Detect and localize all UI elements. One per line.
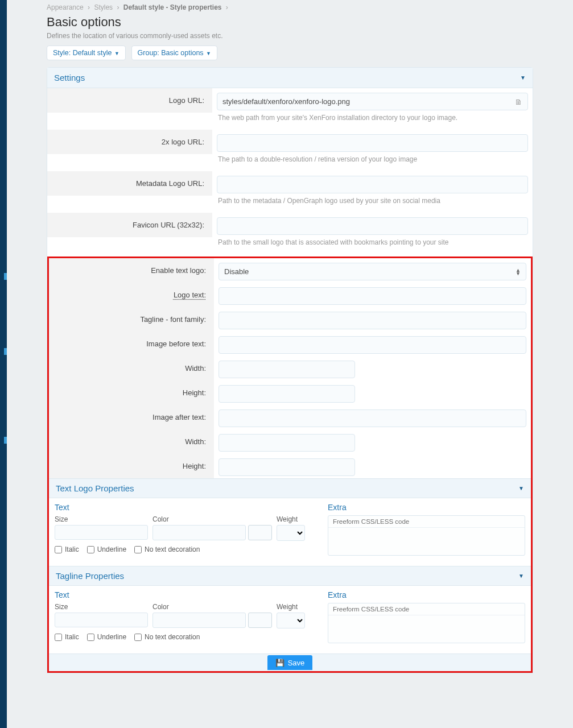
page-title: Basic options <box>47 15 533 30</box>
sidebar-accent <box>4 348 7 355</box>
extra-section-label: Extra <box>328 590 525 599</box>
weight-label: Weight <box>277 603 305 611</box>
height1-input[interactable] <box>219 385 355 403</box>
group-dropdown[interactable]: Group: Basic options ▼ <box>131 46 217 60</box>
metadata-logo-input[interactable] <box>217 176 528 193</box>
tagline-properties-header[interactable]: Tagline Properties ▼ <box>49 566 531 586</box>
text-section-label: Text <box>55 503 305 512</box>
tagline-size-input[interactable] <box>55 613 148 627</box>
save-icon: 💾 <box>275 659 285 667</box>
help-text: The web path from your site's XenForo in… <box>218 114 527 122</box>
label-width2: Width: <box>49 429 214 454</box>
size-label: Size <box>55 515 148 523</box>
label-image-after: Image after text: <box>49 405 214 429</box>
label-logo-text: Logo text: <box>49 283 214 307</box>
image-before-input[interactable] <box>219 336 526 354</box>
tagline-weight-select[interactable] <box>277 613 305 628</box>
help-text: The path to a double-resolution / retina… <box>218 155 527 163</box>
logo-text-input[interactable] <box>219 287 526 305</box>
page-subtitle: Defines the location of various commonly… <box>47 32 533 40</box>
caret-down-icon: ▼ <box>205 51 211 56</box>
caret-down-icon: ▼ <box>113 51 119 56</box>
label-height2: Height: <box>49 454 214 478</box>
extra-css-box[interactable]: Freeform CSS/LESS code <box>328 515 525 556</box>
caret-down-icon: ▼ <box>518 573 524 579</box>
freeform-label: Freeform CSS/LESS code <box>328 603 525 615</box>
italic-checkbox[interactable]: Italic <box>55 633 79 641</box>
breadcrumb: Appearance › Styles › Default style - St… <box>47 0 533 14</box>
tlp-weight-select[interactable] <box>277 525 305 541</box>
underline-checkbox[interactable]: Underline <box>87 633 126 641</box>
label-width1: Width: <box>49 356 214 380</box>
sidebar-stub <box>0 0 7 685</box>
caret-down-icon: ▼ <box>518 485 524 491</box>
2x-logo-input[interactable] <box>217 134 528 152</box>
sidebar-accent <box>4 273 7 280</box>
text-section-label: Text <box>55 590 305 599</box>
width1-input[interactable] <box>219 361 355 378</box>
tlp-size-input[interactable] <box>55 525 148 540</box>
help-text: Path to the small logo that is associate… <box>218 238 527 246</box>
breadcrumb-styles[interactable]: Styles <box>94 3 113 11</box>
notd-checkbox[interactable]: No text decoration <box>134 545 200 553</box>
highlighted-section: Enable text logo: Disable ▲▼ Logo text: <box>47 257 533 673</box>
color-swatch[interactable] <box>248 613 272 628</box>
save-button[interactable]: 💾 Save <box>267 655 313 670</box>
label-enable-text-logo: Enable text logo: <box>49 258 214 283</box>
freeform-label: Freeform CSS/LESS code <box>328 516 525 528</box>
favicon-input[interactable] <box>217 217 528 235</box>
notd-checkbox[interactable]: No text decoration <box>134 633 200 641</box>
color-label: Color <box>152 515 272 523</box>
style-dropdown[interactable]: Style: Default style ▼ <box>47 46 126 60</box>
breadcrumb-appearance[interactable]: Appearance <box>47 3 84 11</box>
settings-header[interactable]: Settings ▼ <box>47 68 533 88</box>
color-label: Color <box>152 603 272 611</box>
help-text: Path to the metadata / OpenGraph logo us… <box>218 197 527 205</box>
color-swatch[interactable] <box>248 525 272 540</box>
tagline-color-input[interactable] <box>152 613 246 628</box>
underline-checkbox[interactable]: Underline <box>87 545 126 553</box>
label-tagline-font: Tagline - font family: <box>49 307 214 332</box>
label-image-before: Image before text: <box>49 332 214 356</box>
tagline-font-input[interactable] <box>219 312 526 329</box>
caret-down-icon: ▼ <box>520 75 526 81</box>
sidebar-accent <box>4 437 7 444</box>
text-logo-properties-header[interactable]: Text Logo Properties ▼ <box>49 478 531 498</box>
extra-section-label: Extra <box>328 503 525 512</box>
label-height1: Height: <box>49 380 214 405</box>
label-metadata-logo: Metadata Logo URL: <box>47 171 212 196</box>
breadcrumb-current: Default style - Style properties <box>123 3 222 11</box>
label-2x-logo: 2x logo URL: <box>47 130 212 154</box>
enable-text-logo-select[interactable]: Disable <box>219 263 526 280</box>
width2-input[interactable] <box>219 434 355 452</box>
tlp-color-input[interactable] <box>152 525 246 540</box>
image-after-input[interactable] <box>219 410 526 427</box>
italic-checkbox[interactable]: Italic <box>55 545 79 553</box>
weight-label: Weight <box>277 515 305 523</box>
logo-url-input[interactable] <box>217 93 528 110</box>
label-favicon: Favicon URL (32x32): <box>47 213 212 237</box>
height2-input[interactable] <box>219 458 355 476</box>
extra-css-box[interactable]: Freeform CSS/LESS code <box>328 603 525 643</box>
size-label: Size <box>55 603 148 611</box>
label-logo-url: Logo URL: <box>47 88 212 113</box>
